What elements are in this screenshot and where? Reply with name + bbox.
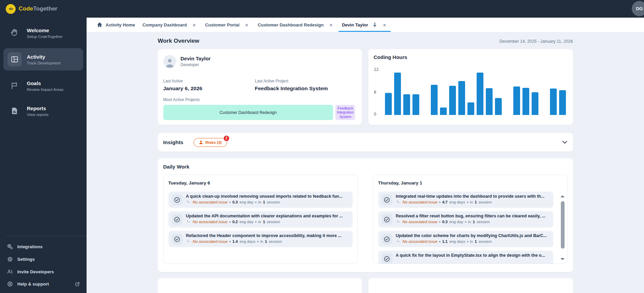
check-circle-icon xyxy=(382,194,392,205)
tab-devin-taylor[interactable]: Devin Taylor × xyxy=(338,18,391,32)
chart-bar-slot xyxy=(559,70,566,115)
chart-gap-slot xyxy=(541,70,548,115)
check-circle-icon xyxy=(382,253,392,264)
sidebar-item-activity[interactable]: Activity Track Development xyxy=(3,48,83,71)
risks-button[interactable]: Risks (3) 2 xyxy=(194,138,227,147)
tab-close-button[interactable]: × xyxy=(328,22,334,28)
work-item[interactable]: Updated the API documentation with clear… xyxy=(168,211,353,228)
work-item-title: Integrated real-time updates into the da… xyxy=(396,194,550,199)
coding-hours-bar[interactable] xyxy=(394,73,401,115)
scrollbar[interactable] xyxy=(560,195,565,260)
coding-hours-bar[interactable] xyxy=(486,88,493,115)
effort-unit: eng days xyxy=(239,239,255,243)
issue-label: No associated issue xyxy=(403,200,438,204)
chart-bar-slot xyxy=(532,70,538,115)
activity-icon xyxy=(7,52,22,66)
chart-bar-slot xyxy=(513,70,520,115)
coding-hours-bar[interactable] xyxy=(458,81,465,115)
sidebar-item-goals[interactable]: Goals Review Impact Areas xyxy=(3,76,83,96)
scroll-up-arrow[interactable] xyxy=(560,195,565,197)
coding-hours-bar[interactable] xyxy=(532,92,538,115)
sidebar-item-reports[interactable]: Reports View reports xyxy=(3,101,83,121)
tab-label: Company Dashboard xyxy=(143,22,187,27)
work-item[interactable]: Refactored the Header component to impro… xyxy=(168,231,353,247)
sidebar-footer-item-help-support[interactable]: Help & support xyxy=(6,278,87,290)
work-item-meta: No associated issue • 0.3 eng day • in 1… xyxy=(186,200,349,204)
user-overview-card: Devin Taylor Developer Last Active Janua… xyxy=(158,49,362,125)
chart-bar-slot xyxy=(385,70,392,115)
app-logo: </> CodeTogether xyxy=(0,0,87,18)
sidebar-item-welcome[interactable]: Welcome Setup CodeTogether xyxy=(3,23,83,43)
daily-work-title: Daily Work xyxy=(163,164,568,170)
tab-customer-portal[interactable]: Customer Portal × xyxy=(201,18,254,32)
integrations-icon xyxy=(7,243,13,250)
tab-close-button[interactable]: × xyxy=(382,22,387,28)
day-card: Thursday, January 1 Integrated real-time… xyxy=(373,175,568,264)
scrollbar-thumb[interactable] xyxy=(561,201,565,249)
chart-bar-slot xyxy=(477,70,483,115)
chart-bar-slot xyxy=(431,70,438,115)
scroll-down-arrow[interactable] xyxy=(560,258,565,260)
tab-close-button[interactable]: × xyxy=(244,22,250,28)
y-axis-tick: 12 xyxy=(374,67,379,72)
pin-icon[interactable] xyxy=(372,22,377,27)
session-unit: session xyxy=(479,239,492,243)
session-count: 1 xyxy=(473,220,475,224)
tree-connector xyxy=(397,239,400,242)
coding-hours-bar[interactable] xyxy=(495,98,502,115)
risks-button-label: Risks (3) xyxy=(205,140,222,144)
coding-hours-bar[interactable] xyxy=(403,94,410,115)
tab-home-label: Activity Home xyxy=(106,22,135,27)
check-circle-icon xyxy=(172,214,183,225)
coding-hours-bar[interactable] xyxy=(522,88,529,115)
issue-label: No associated issue xyxy=(193,200,228,204)
check-circle-icon xyxy=(172,194,183,205)
insights-expand-button[interactable] xyxy=(562,140,568,144)
work-item[interactable]: Resolved a filter reset button bug, ensu… xyxy=(378,211,553,228)
flag-icon xyxy=(7,79,22,93)
coding-hours-bar[interactable] xyxy=(449,86,456,115)
coding-hours-bar[interactable] xyxy=(550,89,557,115)
tab-customer-dashboard-redesign[interactable]: Customer Dashboard Redesign × xyxy=(254,18,338,32)
session-unit: session xyxy=(479,200,492,204)
coding-hours-bar[interactable] xyxy=(513,86,520,115)
chart-bar-slot xyxy=(495,70,502,115)
sidebar: </> CodeTogether Welcome Setup CodeToget… xyxy=(0,0,87,293)
insights-card: Insights Risks (3) 2 xyxy=(158,133,573,152)
sidebar-footer-item-settings[interactable]: Settings xyxy=(6,253,87,266)
chart-title: Coding Hours xyxy=(374,54,568,60)
chart-bar-slot xyxy=(412,70,419,115)
work-item[interactable]: Integrated real-time updates into the da… xyxy=(378,192,553,208)
project-bar[interactable]: Feedback Integration System xyxy=(335,105,355,120)
sidebar-footer-item-integrations[interactable]: Integrations xyxy=(6,240,87,253)
coding-hours-bar[interactable] xyxy=(440,108,447,115)
coding-hours-bar[interactable] xyxy=(385,93,392,115)
check-circle-icon xyxy=(172,234,183,245)
sidebar-nav: Welcome Setup CodeTogether Activity Trac… xyxy=(0,18,87,126)
coding-hours-bar[interactable] xyxy=(559,90,566,115)
sidebar-footer-item-invite-developers[interactable]: Invite Developers xyxy=(6,266,87,278)
session-count: 1 xyxy=(265,239,267,243)
check-circle-icon xyxy=(382,234,392,245)
tab-company-dashboard[interactable]: Company Dashboard × xyxy=(139,18,201,32)
coding-hours-bar[interactable] xyxy=(477,73,483,115)
chart-bar-slot xyxy=(449,70,456,115)
project-bar[interactable]: Customer Dashboard Redesign xyxy=(163,105,333,120)
effort-value: 0.3 xyxy=(232,200,238,204)
y-axis-tick: 0 xyxy=(374,112,376,117)
tab-label: Customer Portal xyxy=(205,22,239,27)
work-item[interactable]: Updated the color scheme for charts by m… xyxy=(378,231,553,247)
user-avatar-menu[interactable]: DG xyxy=(632,1,644,16)
invite-icon xyxy=(7,269,13,274)
tab-close-button[interactable]: × xyxy=(191,22,197,28)
y-axis-tick: 6 xyxy=(374,90,376,95)
coding-hours-bar[interactable] xyxy=(467,102,474,115)
work-item[interactable]: A quick fix for the layout in EmptyState… xyxy=(378,251,553,264)
coding-hours-bar[interactable] xyxy=(431,85,438,115)
tab-activity-home[interactable]: Activity Home xyxy=(93,18,139,32)
coding-hours-bar[interactable] xyxy=(412,94,419,115)
last-project-label: Last Active Project xyxy=(255,79,356,83)
day-title: Tuesday, January 6 xyxy=(168,180,353,185)
chart-gap-slot xyxy=(422,70,428,115)
work-item[interactable]: A quick clean-up involved removing unuse… xyxy=(168,192,353,208)
